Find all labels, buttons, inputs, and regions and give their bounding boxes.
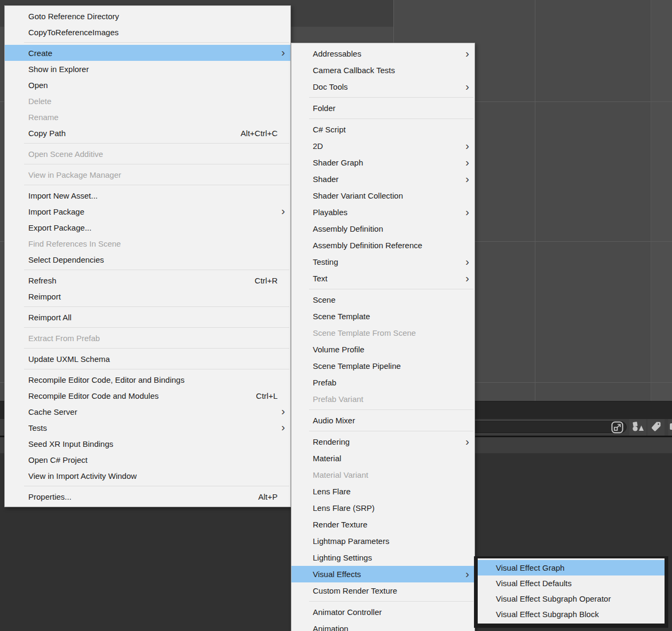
chevron-right-icon: › [465,272,469,283]
menu-item-copytoreferenceimages[interactable]: CopyToReferenceImages [5,24,290,40]
menu-item-label: Tests [28,423,265,432]
menu-item-animator-controller[interactable]: Animator Controller [291,604,475,620]
menu-item-label: Delete [28,97,285,106]
menu-item-volume-profile[interactable]: Volume Profile [291,341,475,358]
menu-item-addressables[interactable]: Addressables› [291,45,475,62]
menu-item-assembly-definition[interactable]: Assembly Definition [291,220,475,237]
menu-item-scene-template[interactable]: Scene Template [291,308,475,325]
menu-item-create[interactable]: Create› [5,45,290,61]
menu-item-lens-flare[interactable]: Lens Flare [291,483,475,500]
grid-line [651,0,651,401]
menu-item-label: Import New Asset... [28,191,285,200]
menu-item-lighting-settings[interactable]: Lighting Settings [291,549,475,566]
menu-item-visual-effect-subgraph-block[interactable]: Visual Effect Subgraph Block [478,606,665,622]
menu-item-import-package[interactable]: Import Package› [5,203,290,219]
menu-item-testing[interactable]: Testing› [291,254,475,270]
menu-item-label: Assembly Definition [313,224,469,233]
menu-item-refresh[interactable]: RefreshCtrl+R [5,272,290,288]
chevron-right-icon: › [465,140,469,151]
menu-item-recompile-editor-code-editor-and-bindings[interactable]: Recompile Editor Code, Editor and Bindin… [5,372,290,388]
menu-item-export-package[interactable]: Export Package... [5,219,290,235]
chevron-right-icon: › [465,206,469,217]
search-by-label-button[interactable] [647,419,665,436]
create-submenu: Addressables›Camera Callback TestsDoc To… [291,43,475,631]
menu-item-select-dependencies[interactable]: Select Dependencies [5,251,290,267]
menu-item-label: Create [28,49,265,58]
menu-separator [24,164,289,164]
menu-item-tests[interactable]: Tests› [5,420,290,436]
menu-item-label: Open C# Project [28,455,285,464]
menu-separator [24,369,289,369]
menu-item-lightmap-parameters[interactable]: Lightmap Parameters [291,533,475,549]
menu-item-label: Find References In Scene [28,239,285,248]
context-menu: Goto Reference DirectoryCopyToReferenceI… [4,5,291,507]
chevron-right-icon: › [281,405,285,416]
menu-item-c-script[interactable]: C# Script [291,121,475,138]
search-by-type-button[interactable] [629,419,646,436]
menu-item-extract-from-prefab: Extract From Prefab [5,330,290,346]
menu-item-import-new-asset[interactable]: Import New Asset... [5,187,290,203]
menu-item-visual-effects[interactable]: Visual Effects› [291,566,475,582]
menu-item-open-c-project[interactable]: Open C# Project [5,452,290,468]
menu-item-scene[interactable]: Scene [291,291,475,308]
menu-item-visual-effect-graph[interactable]: Visual Effect Graph [478,560,665,575]
menu-item-label: Properties... [28,492,242,501]
menu-item-label: Visual Effects [313,570,449,579]
menu-item-rendering[interactable]: Rendering› [291,433,475,450]
menu-item-cache-server[interactable]: Cache Server› [5,404,290,420]
menu-item-prefab[interactable]: Prefab [291,374,475,391]
menu-item-label: Open Scene Additive [28,149,285,159]
menu-item-label: Visual Effect Graph [496,563,659,572]
menu-separator [24,42,289,43]
menu-item-goto-reference-directory[interactable]: Goto Reference Directory [5,8,290,24]
partial-button-icon [668,421,672,434]
partial-toolbar-button[interactable] [668,419,672,436]
menu-item-label: Lens Flare (SRP) [313,503,469,512]
menu-item-label: Material Variant [313,470,469,479]
menu-item-copy-path[interactable]: Copy PathAlt+Ctrl+C [5,125,290,141]
menu-item-label: Scene Template Pipeline [313,361,469,370]
chevron-right-icon: › [281,421,285,432]
menu-item-text[interactable]: Text› [291,270,475,287]
menu-item-visual-effect-subgraph-operator[interactable]: Visual Effect Subgraph Operator [478,591,665,606]
menu-item-reimport-all[interactable]: Reimport All [5,309,290,325]
menu-item-open-scene-additive: Open Scene Additive [5,146,290,162]
menu-item-label: Rendering [313,437,449,446]
menu-item-update-uxml-schema[interactable]: Update UXML Schema [5,351,290,367]
menu-item-label: Testing [313,257,449,266]
menu-item-folder[interactable]: Folder [291,100,475,116]
chevron-right-icon: › [281,46,285,58]
menu-item-reimport[interactable]: Reimport [5,288,290,304]
menu-item-playables[interactable]: Playables› [291,204,475,220]
menu-item-recompile-editor-code-and-modules[interactable]: Recompile Editor Code and ModulesCtrl+L [5,388,290,404]
menu-item-seed-xr-input-bindings[interactable]: Seed XR Input Bindings [5,436,290,452]
menu-item-camera-callback-tests[interactable]: Camera Callback Tests [291,62,475,78]
menu-item-audio-mixer[interactable]: Audio Mixer [291,412,475,429]
menu-item-label: Open [28,81,285,90]
menu-item-doc-tools[interactable]: Doc Tools› [291,78,475,95]
menu-item-open[interactable]: Open [5,77,290,93]
shortcut-label: Alt+Ctrl+C [241,129,278,138]
chevron-right-icon: › [465,81,469,92]
menu-item-2d[interactable]: 2D› [291,138,475,154]
menu-separator [24,143,289,144]
menu-item-render-texture[interactable]: Render Texture [291,516,475,533]
menu-item-delete: Delete [5,93,290,109]
chevron-right-icon: › [465,173,469,184]
menu-item-view-in-import-activity-window[interactable]: View in Import Activity Window [5,468,290,484]
menu-item-shader[interactable]: Shader› [291,171,475,187]
menu-item-label: Visual Effect Subgraph Operator [496,594,659,603]
menu-item-scene-template-pipeline[interactable]: Scene Template Pipeline [291,358,475,374]
menu-item-material[interactable]: Material [291,450,475,467]
menu-item-show-in-explorer[interactable]: Show in Explorer [5,61,290,77]
menu-item-animation[interactable]: Animation [291,620,475,631]
menu-item-properties[interactable]: Properties...Alt+P [5,488,290,504]
menu-item-lens-flare-srp[interactable]: Lens Flare (SRP) [291,500,475,516]
menu-item-shader-graph[interactable]: Shader Graph› [291,154,475,171]
menu-item-assembly-definition-reference[interactable]: Assembly Definition Reference [291,237,475,254]
menu-item-shader-variant-collection[interactable]: Shader Variant Collection [291,187,475,204]
open-search-in-window-icon[interactable] [610,420,624,435]
menu-separator [24,348,289,349]
menu-item-visual-effect-defaults[interactable]: Visual Effect Defaults [478,575,665,591]
menu-item-custom-render-texture[interactable]: Custom Render Texture [291,582,475,599]
